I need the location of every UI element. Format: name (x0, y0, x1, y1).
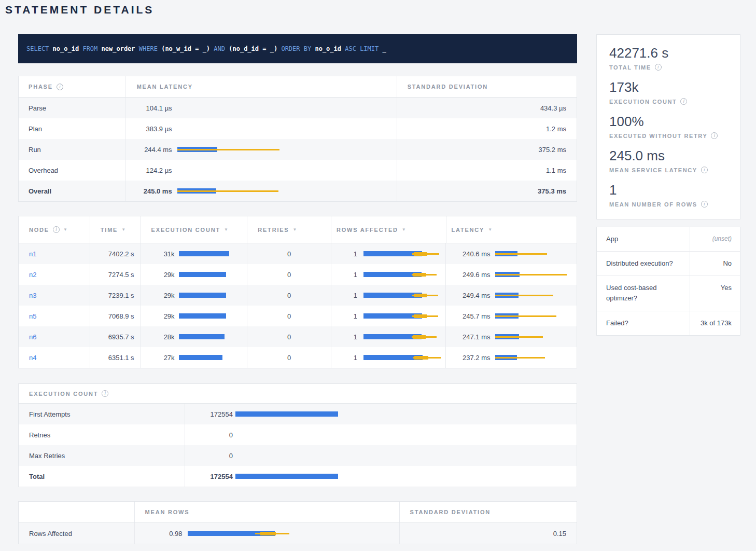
time-cell: 6935.7 s (90, 326, 141, 347)
time-column-header[interactable]: TIME (90, 216, 141, 243)
sort-desc-icon[interactable] (488, 227, 492, 232)
phase-name: Overall (19, 181, 125, 201)
sql-keyword: ASC LIMIT (345, 45, 379, 52)
sort-desc-icon[interactable] (293, 227, 297, 232)
mean-bar (179, 293, 226, 298)
retries-column-header[interactable]: RETRIES (247, 216, 331, 243)
mean-rows-header-cell: MEAN ROWS (134, 502, 399, 522)
mean-latency-cell: 244.4 ms (125, 139, 397, 160)
time-cell: 6351.1 s (90, 347, 141, 368)
rows-affected-column-header[interactable]: ROWS AFFECTED (331, 216, 446, 243)
standard-deviation-header-label: STANDARD DEVIATION (410, 509, 491, 515)
std-dev-value: 375.2 ms (397, 139, 577, 160)
latency-bar (495, 271, 568, 278)
latency-bar (495, 251, 568, 257)
latency-cell: 237.2 ms (445, 347, 577, 368)
stat-mean-number-of-rows: 1 MEAN NUMBER OF ROWS (609, 182, 727, 208)
rows-affected-value: 1 (337, 271, 357, 279)
stat-mean-service-latency: 245.0 ms MEAN SERVICE LATENCY (609, 148, 727, 173)
stddev-tick (413, 335, 426, 339)
execution-count-bar (179, 313, 240, 319)
std-dev-value: 1.1 ms (397, 160, 577, 181)
stddev-line (495, 295, 553, 296)
latency-bar (495, 292, 568, 298)
sql-statement: SELECT no_o_id FROM new_order WHERE (no_… (26, 45, 569, 52)
sql-identifier: no_o_id (315, 45, 341, 52)
retries-cell: 0 (247, 243, 331, 264)
rows-affected-bar (363, 251, 439, 257)
stat-label-text: EXECUTION COUNT (609, 99, 677, 105)
node-link[interactable]: n6 (29, 333, 36, 341)
sort-desc-icon[interactable] (402, 227, 406, 232)
node-row: n3 7239.1 s 29k 0 1 249.4 ms (19, 285, 577, 306)
info-icon[interactable] (57, 84, 63, 90)
node-link[interactable]: n5 (29, 312, 36, 320)
std-dev-value: 1.2 ms (397, 118, 577, 139)
execution-count-table-header: EXECUTION COUNT (19, 384, 577, 404)
phase-name: Overhead (19, 160, 125, 181)
standard-deviation-header-label: STANDARD DEVIATION (408, 84, 488, 90)
execution-count-value: 29k (151, 312, 175, 320)
retries-cell: 0 (247, 306, 331, 326)
mean-latency-value: 244.4 ms (137, 146, 172, 154)
execution-count-value: 28k (151, 333, 175, 341)
info-icon[interactable] (680, 98, 687, 105)
stat-total-time: 42271.6 s TOTAL TIME (609, 45, 727, 71)
table-row: Plan 383.9 µs 1.2 ms (19, 118, 577, 139)
latency-value: 247.1 ms (451, 333, 490, 341)
count-bar (235, 473, 566, 479)
node-link[interactable]: n1 (29, 250, 36, 258)
latency-cell: 247.1 ms (445, 326, 577, 347)
detail-label: Used cost-based optimizer? (597, 276, 690, 310)
info-icon[interactable] (701, 167, 708, 173)
stddev-line (495, 274, 567, 276)
stddev-tick (414, 314, 427, 318)
sql-keyword: AND (214, 45, 225, 52)
phase-name: Plan (19, 118, 125, 139)
execution-count-column-header[interactable]: EXECUTION COUNT (141, 216, 247, 243)
mean-latency-value: 383.9 µs (137, 125, 172, 133)
summary-sidebar: 42271.6 s TOTAL TIME 173k EXECUTION COUN… (596, 34, 740, 336)
info-icon[interactable] (655, 64, 662, 71)
execution-count-cell: 27k (141, 347, 247, 368)
rows-affected-table: MEAN ROWS STANDARD DEVIATION Rows Affect… (18, 501, 577, 544)
empty-header-cell (19, 502, 134, 522)
rows-affected-bar (363, 292, 439, 298)
stat-value: 1 (609, 182, 727, 198)
node-column-header[interactable]: NODE (19, 216, 90, 243)
detail-row-distributed-execution: Distributed execution? No (597, 251, 740, 276)
rows-affected-cell: 1 (331, 243, 446, 264)
time-cell: 7068.9 s (90, 306, 141, 326)
stddev-line (495, 253, 547, 255)
table-row: Max Retries 0 (19, 445, 577, 466)
sort-desc-icon[interactable] (224, 227, 228, 232)
execution-count-table: EXECUTION COUNT First Attempts 172554 Re… (18, 383, 577, 487)
stat-label-text: MEAN SERVICE LATENCY (609, 167, 697, 173)
latency-column-header[interactable]: LATENCY (446, 216, 577, 243)
node-link[interactable]: n3 (29, 292, 36, 299)
mean-rows-bar (188, 530, 389, 536)
sql-expression: (no_w_id = _) (161, 45, 210, 52)
node-link[interactable]: n2 (29, 271, 36, 279)
rows-affected-cell: 1 (331, 264, 446, 285)
sort-desc-icon[interactable] (63, 227, 67, 232)
info-icon[interactable] (53, 226, 60, 233)
info-icon[interactable] (701, 201, 708, 208)
standard-deviation-header-cell: STANDARD DEVIATION (397, 76, 577, 97)
stat-execution-count: 173k EXECUTION COUNT (609, 79, 727, 105)
sort-desc-icon[interactable] (121, 227, 125, 232)
stat-value: 42271.6 s (609, 45, 727, 61)
stat-label-text: MEAN NUMBER OF ROWS (609, 201, 697, 208)
table-row: Overall 245.0 ms 375.3 ms (19, 181, 577, 201)
mean-bar (179, 334, 225, 339)
latency-cell: 249.4 ms (445, 285, 577, 306)
info-icon[interactable] (711, 132, 718, 139)
mean-latency-cell: 124.2 µs (125, 160, 397, 181)
node-link[interactable]: n4 (29, 354, 36, 362)
execution-count-table-body: First Attempts 172554 Retries 0 Max Retr… (19, 404, 577, 487)
node-row: n6 6935.7 s 28k 0 1 247.1 ms (19, 326, 577, 347)
exec-row-value: 0 (185, 452, 233, 460)
mean-bar (179, 355, 222, 360)
execution-count-header-label: EXECUTION COUNT (151, 227, 220, 233)
info-icon[interactable] (102, 390, 108, 397)
